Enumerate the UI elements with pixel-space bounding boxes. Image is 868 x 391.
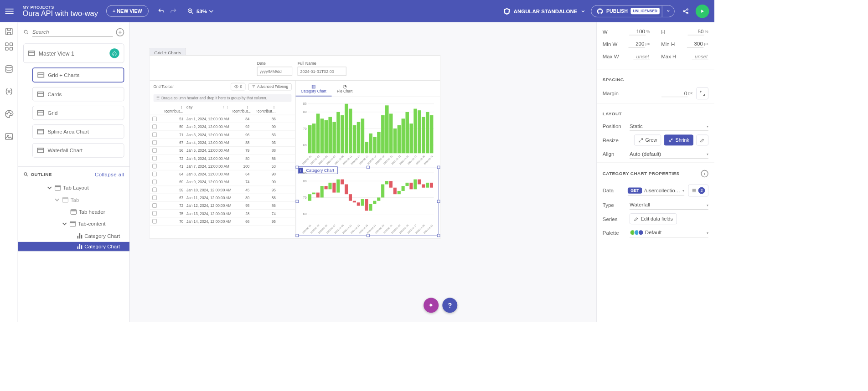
table-row[interactable]: 75Jan 13, 2024, 12:00:00 AM2874 [150,210,295,217]
table-row[interactable]: 51Jan 1, 2024, 12:00:00 AM8486 [150,115,295,123]
table-row[interactable]: 70Jan 14, 2024, 12:00:00 AM6695 [150,217,295,225]
chart-1[interactable]: 607080852024-01-012024-01-032024-01-0520… [297,98,439,167]
svg-rect-49 [336,112,340,153]
svg-rect-114 [377,197,380,201]
tab-category-chart[interactable]: ▥Category Chart [296,83,332,97]
table-row[interactable]: 71Jan 3, 2024, 12:00:00 AM9683 [150,131,295,139]
info-icon[interactable]: i [701,170,708,177]
components-icon[interactable] [4,41,14,51]
tree-category-chart-1[interactable]: Category Chart [18,230,129,242]
new-view-button[interactable]: + NEW VIEW [106,5,148,17]
canvas[interactable]: Grid + Charts Date Full Name Grid Toolba… [130,22,596,322]
menu-icon[interactable] [5,9,19,14]
data-select[interactable]: GET /usercollectio…▾ [628,186,685,196]
width-input[interactable] [629,28,646,36]
zoom-level[interactable]: 53% [196,8,207,14]
table-row[interactable]: 64Jan 8, 2024, 12:00:00 AM6490 [150,170,295,178]
view-card[interactable]: Grid + Charts [32,67,124,82]
fullname-input[interactable] [298,67,346,76]
margin-input[interactable] [661,90,688,97]
layout-icon [71,209,77,215]
table-row[interactable]: 59Jan 2, 2024, 12:00:00 AM9290 [150,123,295,131]
view-card[interactable]: Spline Area Chart [32,124,124,139]
svg-rect-105 [341,180,344,185]
table-row[interactable]: 67Jan 11, 2024, 12:00:00 AM8988 [150,194,295,201]
svg-rect-106 [345,184,348,194]
type-select[interactable]: Waterfall▾ [630,200,708,210]
svg-point-11 [8,112,9,113]
svg-rect-57 [369,134,372,153]
shrink-button[interactable]: Shrink [664,134,693,145]
theme-icon[interactable] [4,109,14,118]
ai-button[interactable]: ✦ [424,298,439,313]
resize-edit-button[interactable] [696,134,708,145]
svg-rect-58 [373,137,377,153]
svg-rect-42 [308,125,312,154]
svg-rect-64 [398,125,401,154]
grow-button[interactable]: Grow [634,134,661,145]
table-row[interactable]: 69Jan 9, 2024, 12:00:00 AM7490 [150,178,295,186]
platform-picker[interactable]: ANGULAR STANDALONE [503,7,586,15]
height-input[interactable] [688,28,704,36]
data-fields-button[interactable]: 2 [688,185,708,196]
adv-filter-button[interactable]: Advanced Filtering [248,83,292,90]
database-icon[interactable] [4,64,14,74]
palette-dots [630,230,642,236]
chart-2-selected[interactable]: ↑Category Chart 607080852024-01-012024-0… [297,167,439,236]
variables-icon[interactable] [4,87,14,96]
visibility-button[interactable]: 0 [231,83,246,90]
master-view-card[interactable]: Master View 1 [23,43,124,63]
zoom-icon[interactable] [185,5,196,17]
tree-tab-header[interactable]: Tab header [18,206,129,218]
publish-button[interactable]: PUBLISH UNLICENSED [591,6,662,16]
svg-rect-120 [402,186,405,191]
maxw-input[interactable] [633,53,650,60]
table-row[interactable]: 41Jan 7, 2024, 12:00:00 AM10053 [150,162,295,170]
svg-rect-51 [345,104,348,154]
view-card[interactable]: Grid [32,106,124,120]
home-icon[interactable] [109,48,119,58]
search-input[interactable] [32,27,113,37]
group-hint[interactable]: ☰Drag a column header and drop it here t… [154,94,292,102]
svg-rect-6 [10,43,12,46]
redo-icon[interactable] [167,5,179,17]
align-select[interactable]: Auto (default)▾ [630,149,708,159]
tree-category-chart-2[interactable]: Category Chart [18,242,129,252]
preview-button[interactable] [696,4,709,18]
undo-icon[interactable] [155,5,167,17]
palette-select[interactable]: Default▾ [630,228,708,237]
chevron-down-icon[interactable] [207,5,215,17]
table-row[interactable]: 72Jan 12, 2024, 12:00:00 AM9586 [150,202,295,210]
svg-text:85: 85 [303,171,307,175]
edit-series-button[interactable]: Edit data fields [630,213,677,224]
minw-input[interactable] [629,41,645,48]
help-button[interactable]: ? [442,298,457,313]
date-input[interactable] [257,67,292,76]
tree-tab-layout[interactable]: Tab Layout [18,182,129,194]
add-view-button[interactable]: + [116,28,124,36]
table-row[interactable]: 56Jan 5, 2024, 12:00:00 AM7988 [150,147,295,154]
view-card[interactable]: Cards [32,87,124,101]
svg-rect-65 [402,118,405,153]
tree-tab[interactable]: Tab [18,194,129,206]
svg-text:60: 60 [303,144,307,147]
tab-pie-chart[interactable]: ◔Pie Chart [331,83,357,97]
margin-expand-button[interactable] [696,87,708,99]
collapse-all-button[interactable]: Collapse all [95,171,124,177]
svg-rect-121 [405,183,408,186]
table-row[interactable]: 67Jan 4, 2024, 12:00:00 AM8893 [150,139,295,147]
views-list[interactable]: Master View 1 Grid + ChartsCardsGridSpli… [18,40,129,166]
table-row[interactable]: 72Jan 6, 2024, 12:00:00 AM8086 [150,154,295,162]
save-icon[interactable] [4,26,14,36]
share-icon[interactable] [680,5,692,17]
publish-dropdown[interactable] [662,5,674,17]
table-row[interactable]: 59Jan 10, 2024, 12:00:00 AM4595 [150,186,295,194]
position-select[interactable]: Static▾ [630,122,708,131]
image-icon[interactable] [4,132,14,141]
breadcrumb[interactable]: MY PROJECTS [22,5,98,9]
view-card[interactable]: Waterfall Chart [32,143,124,157]
maxh-input[interactable] [692,53,708,60]
minh-input[interactable] [687,41,703,48]
grid-body[interactable]: 51Jan 1, 2024, 12:00:00 AM848659Jan 2, 2… [150,115,295,237]
tree-tab-content[interactable]: Tab-content [18,218,129,230]
